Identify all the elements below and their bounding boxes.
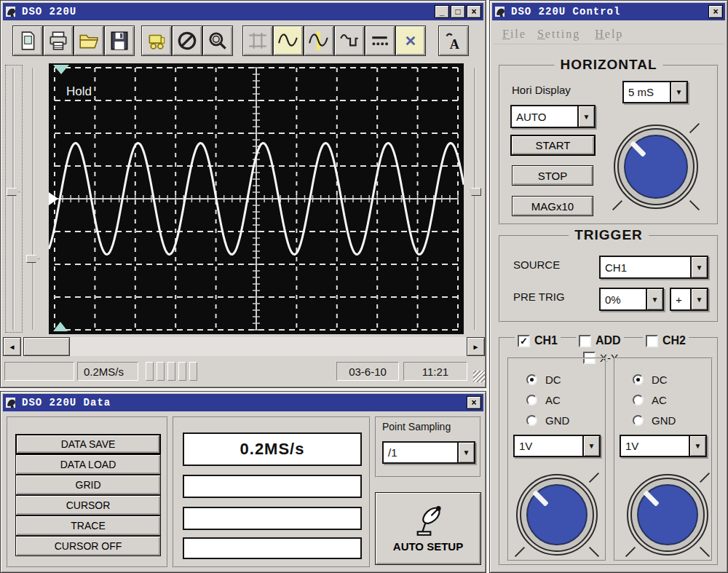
stop-acquire-button[interactable]	[172, 25, 202, 56]
cart-icon	[146, 30, 167, 52]
ch1-checkbox[interactable]: ✓	[518, 335, 530, 347]
resize-grip[interactable]	[473, 371, 485, 382]
vertical-slider-1[interactable]	[5, 65, 23, 333]
close-button[interactable]: ×	[708, 5, 723, 18]
acquire-button[interactable]	[141, 25, 172, 56]
chevron-down-icon[interactable]: ▼	[690, 257, 707, 277]
control-titlebar[interactable]: DSO 220U Control ×	[492, 3, 725, 20]
sample-rate-readout: 0.2MS/s	[183, 432, 362, 466]
close-button[interactable]: ×	[467, 396, 481, 409]
sine-wave-icon	[277, 30, 299, 52]
dashed-line-icon	[369, 30, 391, 52]
menu-setting[interactable]: Setting	[537, 28, 580, 41]
scroll-right-button[interactable]: ►	[467, 337, 485, 356]
x-mark-icon	[400, 30, 422, 52]
mag-x10-button[interactable]: MAGx10	[512, 196, 593, 216]
font-icon: A	[443, 30, 464, 52]
ch1-ac-radio[interactable]	[526, 395, 537, 406]
data-save-button[interactable]: DATA SAVE	[15, 434, 161, 454]
main-window: DSO 220U _ □ × A	[0, 0, 486, 388]
grid-button[interactable]: GRID	[15, 475, 161, 495]
new-document-button[interactable]	[12, 25, 43, 56]
cursor-button[interactable]: CURSOR	[15, 495, 161, 515]
minimize-button[interactable]: _	[435, 5, 449, 18]
ch1-gnd-radio[interactable]	[526, 415, 537, 426]
open-folder-icon	[78, 30, 100, 52]
wave-display-button[interactable]	[273, 25, 304, 56]
start-button[interactable]: START	[510, 135, 596, 156]
print-button[interactable]	[43, 25, 74, 56]
ch2-position-knob[interactable]	[627, 474, 708, 556]
timebase-knob[interactable]	[614, 125, 698, 209]
vertical-slider-3[interactable]	[467, 65, 484, 333]
scroll-left-button[interactable]: ◄	[3, 337, 21, 356]
status-tick	[178, 362, 186, 381]
ch2-ac-option: AC	[633, 394, 667, 406]
status-sample-rate: 0.2MS/s	[77, 362, 138, 381]
new-page-icon	[17, 30, 39, 52]
zoom-button[interactable]	[202, 25, 233, 56]
ch1-dc-radio[interactable]	[526, 374, 537, 385]
ch2-dc-radio[interactable]	[633, 374, 644, 385]
data-titlebar[interactable]: DSO 220U Data ×	[3, 394, 483, 411]
close-button[interactable]: ×	[467, 5, 481, 18]
grid-toggle-button[interactable]	[242, 25, 273, 56]
desktop: DSO 220U _ □ × A	[0, 0, 728, 573]
slider-thumb[interactable]	[26, 255, 39, 263]
add-checkbox[interactable]	[579, 335, 591, 347]
trigger-slope-select[interactable]: + ▼	[670, 288, 708, 311]
ch2-checkbox[interactable]	[646, 335, 658, 347]
main-titlebar[interactable]: DSO 220U _ □ ×	[3, 3, 483, 20]
ch2-volts-select[interactable]: 1V ▼	[620, 435, 707, 457]
chevron-down-icon[interactable]: ▼	[577, 106, 594, 127]
maximize-button[interactable]: □	[451, 5, 465, 18]
ch1-position-knob[interactable]	[516, 474, 598, 556]
auto-setup-button[interactable]: AUTO SETUP	[375, 492, 481, 565]
timebase-select[interactable]: 5 mS ▼	[622, 81, 688, 103]
chevron-down-icon[interactable]: ▼	[670, 82, 687, 102]
ch2-gnd-radio[interactable]	[633, 415, 644, 426]
magnifier-icon	[207, 30, 229, 52]
vertical-slider-2[interactable]	[25, 65, 42, 333]
menu-file[interactable]: File	[502, 28, 526, 41]
stop-button[interactable]: STOP	[512, 165, 593, 186]
trigger-wave-button[interactable]	[334, 25, 365, 56]
delete-button[interactable]	[395, 25, 426, 56]
pre-trig-select[interactable]: 0% ▼	[599, 288, 664, 311]
chevron-down-icon[interactable]: ▼	[689, 436, 705, 456]
cursor-off-button[interactable]: CURSOR OFF	[15, 536, 161, 556]
app-icon	[494, 5, 507, 18]
trace-button[interactable]: TRACE	[15, 515, 161, 536]
chevron-down-icon[interactable]: ▼	[457, 443, 474, 462]
ch1-volts-select[interactable]: 1V ▼	[513, 435, 601, 457]
open-button[interactable]	[74, 25, 104, 56]
ch2-ac-radio[interactable]	[633, 395, 644, 406]
chevron-down-icon[interactable]: ▼	[690, 289, 707, 309]
dashed-line-button[interactable]	[365, 25, 395, 56]
menu-help[interactable]: Help	[595, 28, 623, 41]
wave-cursor-button[interactable]	[304, 25, 334, 56]
ch1-check-item: ✓ CH1	[515, 334, 561, 347]
horizontal-scrollbar[interactable]: ◄ ►	[3, 337, 485, 356]
scroll-right-icon: ►	[472, 343, 480, 351]
channels-group: ✓ CH1 ADD CH2 X-Y DC	[499, 337, 719, 566]
data-load-button[interactable]: DATA LOAD	[15, 454, 161, 475]
maximize-icon: □	[455, 7, 460, 17]
ch1-dc-option: DC	[526, 374, 561, 386]
chevron-down-icon[interactable]: ▼	[646, 289, 662, 309]
point-sampling-select[interactable]: /1 ▼	[382, 441, 475, 464]
chevron-down-icon[interactable]: ▼	[582, 436, 599, 456]
slider-thumb[interactable]	[7, 188, 20, 196]
status-panel-blank	[4, 362, 74, 381]
save-button[interactable]	[104, 25, 135, 56]
data-window: DSO 220U Data × DATA SAVE DATA LOAD GRID…	[0, 391, 486, 573]
data-readout-group: 0.2MS/s	[173, 416, 371, 568]
point-sampling-group: Point Sampling /1 ▼	[375, 416, 481, 478]
trigger-source-select[interactable]: CH1 ▼	[599, 256, 708, 279]
point-sampling-label: Point Sampling	[382, 421, 451, 432]
display-mode-select[interactable]: AUTO ▼	[510, 105, 596, 128]
app-icon	[5, 5, 18, 18]
slider-thumb[interactable]	[468, 188, 481, 196]
scrollbar-thumb[interactable]	[23, 337, 70, 356]
font-button[interactable]: A	[438, 25, 469, 56]
